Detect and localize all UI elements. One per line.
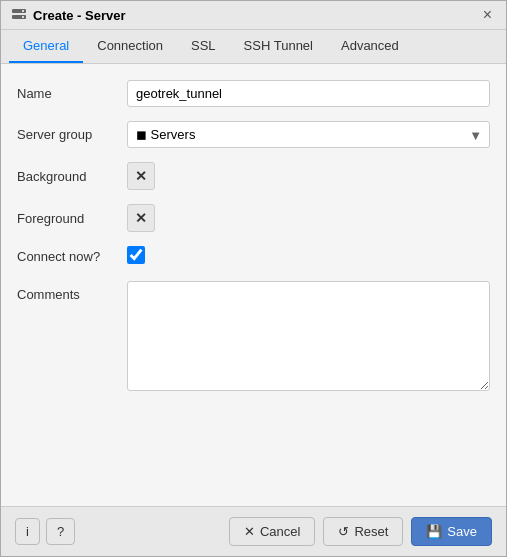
connect-now-row: Connect now?: [17, 246, 490, 267]
foreground-label: Foreground: [17, 211, 127, 226]
footer-right: ✕ Cancel ↺ Reset 💾 Save: [229, 517, 492, 546]
cancel-button[interactable]: ✕ Cancel: [229, 517, 315, 546]
comments-textarea[interactable]: [127, 281, 490, 391]
connect-now-control: [127, 246, 490, 267]
name-row: Name: [17, 80, 490, 107]
comments-control: [127, 281, 490, 394]
name-input[interactable]: [127, 80, 490, 107]
svg-point-3: [22, 16, 24, 18]
svg-point-2: [22, 10, 24, 12]
comments-label: Comments: [17, 281, 127, 302]
cancel-label: Cancel: [260, 524, 300, 539]
tab-general[interactable]: General: [9, 30, 83, 63]
connect-now-label: Connect now?: [17, 249, 127, 264]
server-group-select-wrapper: ◼ Servers ▼: [127, 121, 490, 148]
tabs-bar: General Connection SSL SSH Tunnel Advanc…: [1, 30, 506, 64]
name-label: Name: [17, 86, 127, 101]
title-bar-left: Create - Server: [11, 7, 126, 23]
title-bar: Create - Server ×: [1, 1, 506, 30]
form-content: Name Server group ◼ Servers ▼ Background…: [1, 64, 506, 506]
connect-now-checkbox[interactable]: [127, 246, 145, 264]
server-group-label: Server group: [17, 127, 127, 142]
create-server-dialog: Create - Server × General Connection SSL…: [0, 0, 507, 557]
reset-icon: ↺: [338, 524, 349, 539]
background-clear-button[interactable]: ✕: [127, 162, 155, 190]
footer-left: i ?: [15, 518, 75, 545]
tab-ssh-tunnel[interactable]: SSH Tunnel: [230, 30, 327, 63]
server-group-select[interactable]: ◼ Servers: [127, 121, 490, 148]
foreground-clear-button[interactable]: ✕: [127, 204, 155, 232]
info-button[interactable]: i: [15, 518, 40, 545]
save-label: Save: [447, 524, 477, 539]
reset-button[interactable]: ↺ Reset: [323, 517, 403, 546]
dialog-title: Create - Server: [33, 8, 126, 23]
server-group-row: Server group ◼ Servers ▼: [17, 121, 490, 148]
reset-label: Reset: [354, 524, 388, 539]
comments-row: Comments: [17, 281, 490, 394]
name-control: [127, 80, 490, 107]
close-button[interactable]: ×: [479, 7, 496, 23]
tab-ssl[interactable]: SSL: [177, 30, 230, 63]
foreground-row: Foreground ✕: [17, 204, 490, 232]
help-button[interactable]: ?: [46, 518, 75, 545]
server-dialog-icon: [11, 7, 27, 23]
tab-connection[interactable]: Connection: [83, 30, 177, 63]
background-row: Background ✕: [17, 162, 490, 190]
foreground-control: ✕: [127, 204, 490, 232]
tab-advanced[interactable]: Advanced: [327, 30, 413, 63]
save-icon: 💾: [426, 524, 442, 539]
background-control: ✕: [127, 162, 490, 190]
footer: i ? ✕ Cancel ↺ Reset 💾 Save: [1, 506, 506, 556]
save-button[interactable]: 💾 Save: [411, 517, 492, 546]
cancel-icon: ✕: [244, 524, 255, 539]
background-label: Background: [17, 169, 127, 184]
server-group-control: ◼ Servers ▼: [127, 121, 490, 148]
